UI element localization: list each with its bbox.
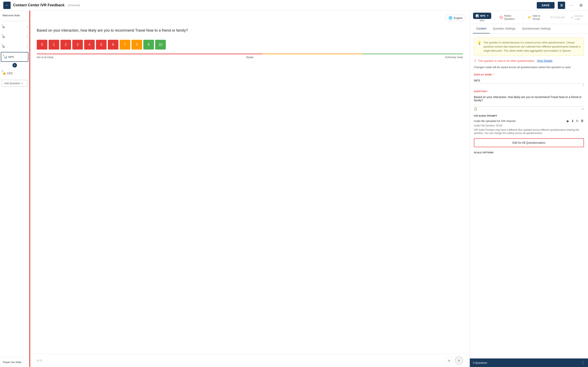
sidebar-item-welcome[interactable]: Welcome Note xyxy=(0,11,29,20)
nav-down-button[interactable]: ∨ xyxy=(455,356,463,365)
question-display-text: Based on your interaction, how likely ar… xyxy=(37,28,463,33)
nps-line-green xyxy=(363,54,463,54)
nps-cell-6[interactable]: 6 xyxy=(108,40,118,50)
nps-type-button[interactable]: 📊 NPS ▼ xyxy=(473,13,491,19)
duplicate-button[interactable]: ⧉ Duplicate xyxy=(549,15,567,20)
nps-cell-3[interactable]: 3 xyxy=(72,40,83,50)
nps-cell-7[interactable]: 7 xyxy=(120,40,130,50)
add-question-button[interactable]: Add Question ▼ xyxy=(2,80,27,87)
nav-up-button[interactable]: ∧ xyxy=(445,356,453,365)
warning-text: This question is used in 62 other questi… xyxy=(478,59,535,62)
sidebar-item-q3[interactable]: 3 ⠿ ⊞ xyxy=(0,42,29,52)
audio-transcript-icon: 📋 xyxy=(474,107,477,110)
display-name-field-label: DISPLAY NAME * xyxy=(474,73,584,76)
q1-number: 1 xyxy=(2,24,3,27)
language-button[interactable]: 🌐 English xyxy=(445,15,466,21)
nps-cell-5[interactable]: 5 xyxy=(96,40,107,50)
add-question-circle[interactable]: + xyxy=(12,63,17,67)
nps-cell-9[interactable]: 9 xyxy=(143,40,154,50)
display-name-input[interactable] xyxy=(474,77,584,83)
edit-all-questionnaires-button[interactable]: Edit for All Questionnaires xyxy=(474,138,584,147)
audio-file-name: Audio file uploaded for IVR channel xyxy=(474,119,516,123)
nps-label-extremely-likely: Extremely Likely xyxy=(445,56,463,59)
add-question-label: Add Question xyxy=(4,82,20,85)
back-button[interactable]: ← xyxy=(3,2,11,9)
nps-line-red xyxy=(37,54,262,54)
audio-file-row: Audio file uploaded for IVR channel ▶ ⬇ … xyxy=(474,119,584,123)
audio-duration: Audio File Duration: 00:04 xyxy=(474,124,584,127)
display-name-char-count: 3 xyxy=(474,83,584,86)
tree-button[interactable]: ⚙ xyxy=(577,2,585,9)
tab-question-settings-label: Question Settings xyxy=(493,27,516,30)
tab-content[interactable]: Content xyxy=(473,24,490,33)
question-char-count: 92 xyxy=(581,108,584,110)
audio-play-button[interactable]: ▶ xyxy=(567,119,569,123)
clone-info-box: 💡 This question is cloned because it is … xyxy=(474,38,584,56)
top-header: ← Contact Center IVR Feedback (Unsaved) … xyxy=(0,0,588,11)
tree-icon: ⚙ xyxy=(579,3,583,8)
language-label: English xyxy=(454,17,462,20)
display-logic-label: Display Logic xyxy=(574,14,583,20)
audio-note: IVR Audio Prompts may have a different f… xyxy=(474,128,584,135)
nps-cell-8[interactable]: 8 xyxy=(131,40,142,50)
nps-label-maybe: Maybe xyxy=(246,56,254,59)
clone-info-text: This question is cloned because it is sh… xyxy=(484,41,580,53)
bottom-bar-more-button[interactable]: ⋮ xyxy=(581,360,585,365)
warning-row: ⚠ This question is used in 62 other ques… xyxy=(474,59,584,62)
sidebar-item-q5-ces[interactable]: 5 👍 CES xyxy=(0,68,29,78)
nav-arrows: ∧ ∨ xyxy=(445,356,463,365)
question-textarea[interactable]: Based on your interaction, how likely ar… xyxy=(474,94,584,107)
nps-cell-2[interactable]: 2 xyxy=(61,40,71,50)
nps-label-not-likely: Not at all Likely xyxy=(37,56,53,59)
sidebar-item-q2[interactable]: 2 ⠿ ⊞ xyxy=(0,32,29,42)
tab-questionnaire-settings[interactable]: Questionnaire Settings xyxy=(519,24,554,33)
changes-info-text: Changes made will be saved across all qu… xyxy=(474,65,584,69)
audio-download-button[interactable]: ⬇ xyxy=(571,119,574,123)
sidebar-item-q1[interactable]: 1 ⠿ ⊞ xyxy=(0,22,29,32)
audio-delete-button[interactable]: 🗑 xyxy=(581,119,584,123)
pagination-label: 4 / 5 xyxy=(37,359,42,362)
sidebar-item-thankyou[interactable]: Thank You Note xyxy=(0,357,29,367)
nps-color-lines xyxy=(37,54,463,54)
toolbar-separator-2 xyxy=(523,14,523,21)
right-panel: 📊 NPS ▼ NPS 🚫 Retire Question 📁 Add to G… xyxy=(470,11,588,367)
sidebar-item-q4-nps[interactable]: 4 📊 NPS xyxy=(1,52,28,62)
nps-label-below: NPS xyxy=(480,19,484,22)
tab-questionnaire-settings-label: Questionnaire Settings xyxy=(522,27,551,30)
questions-count-label: 5 Questions xyxy=(473,361,487,364)
display-logic-button[interactable]: ⟲ Display Logic xyxy=(569,13,585,21)
retire-label: Retire Question xyxy=(504,14,518,20)
toolbar-separator-1 xyxy=(494,14,495,21)
monitor-icon: 🖥 xyxy=(560,3,563,7)
center-bottom-nav: 4 / 5 ∧ ∨ xyxy=(30,354,470,367)
q2-number: 2 xyxy=(2,34,3,36)
q3-number: 3 xyxy=(2,43,3,46)
more-options-button[interactable]: ⋯ xyxy=(568,2,575,9)
chevron-down-icon: ∨ xyxy=(458,359,460,363)
main-layout: Welcome Note 1 ⠿ ⊞ 2 ⠿ ⊞ 3 ⠿ ⊞ 4 📊 NPS + xyxy=(0,11,588,367)
chevron-up-icon: ∧ xyxy=(448,359,450,363)
q5-label: CES xyxy=(7,72,13,75)
nps-cell-10[interactable]: 10 xyxy=(155,40,166,50)
nps-cell-4[interactable]: 4 xyxy=(84,40,95,50)
retire-question-button[interactable]: 🚫 Retire Question xyxy=(498,13,519,21)
audio-refresh-button[interactable]: ↻ xyxy=(576,119,579,123)
nps-cell-0[interactable]: 0 xyxy=(37,40,47,50)
dots-icon: ⋯ xyxy=(569,3,573,8)
warning-triangle-icon: ⚠ xyxy=(474,59,476,62)
retire-icon: 🚫 xyxy=(499,16,503,19)
monitor-button[interactable]: 🖥 xyxy=(558,2,565,9)
add-question-chevron: ▼ xyxy=(21,82,23,84)
tab-question-settings[interactable]: Question Settings xyxy=(490,24,519,33)
info-bulb-icon: 💡 xyxy=(477,41,481,53)
save-button[interactable]: SAVE xyxy=(537,2,554,8)
add-to-group-button[interactable]: 📁 Add to Group xyxy=(526,13,546,21)
nps-bar-chart-icon: 📊 xyxy=(476,14,479,17)
nps-cell-1[interactable]: 1 xyxy=(49,40,59,50)
translate-icon: 🌐 xyxy=(449,16,452,20)
bottom-bar: 5 Questions ⋮ xyxy=(470,359,588,367)
scale-options-label: SCALE OPTIONS xyxy=(474,151,584,154)
q4-label: NPS xyxy=(8,55,14,58)
nps-type-label: NPS xyxy=(480,14,485,17)
view-details-link[interactable]: View Details xyxy=(537,59,553,62)
